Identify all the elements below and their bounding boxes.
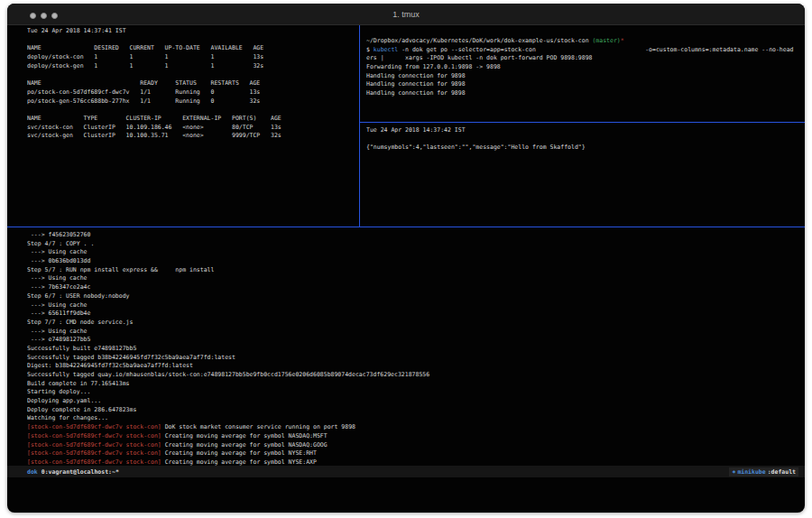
kube-namespace: :default <box>768 468 796 476</box>
terminal-line: NAME TYPE CLUSTER-IP EXTERNAL-IP PORT(S)… <box>27 115 355 124</box>
window-label[interactable]: 0:vagrant@localhost:~* <box>42 468 119 476</box>
terminal-line <box>27 70 355 79</box>
terminal-line: ---> Using cache <box>27 301 805 310</box>
kubernetes-helm-icon: ⎈ <box>732 468 735 476</box>
status-right: ⎈ minikube :default <box>729 467 798 476</box>
terminal-line: ---> 0b636bd013dd <box>27 257 805 266</box>
terminal-line: ers | xargs -IPOD kubectl -n dok port-fo… <box>366 54 805 63</box>
window-title: 1. tmux <box>7 10 805 19</box>
terminal-line: ---> Using cache <box>27 328 805 337</box>
terminal-window: 1. tmux Tue 24 Apr 2018 14:37:41 ISTNAME… <box>7 4 805 513</box>
terminal-line: Build complete in 77.165413ms <box>27 380 805 389</box>
terminal-line: po/stock-gen-576cc688bb-277hx 1/1 Runnin… <box>27 97 355 106</box>
terminal-line: svc/stock-gen ClusterIP 10.100.35.71 <no… <box>27 132 355 141</box>
terminal-line: Successfully tagged b38b42246945fd7f32c5… <box>27 354 805 363</box>
terminal-line: ---> f45623052760 <box>27 231 805 240</box>
terminal-line <box>366 135 805 144</box>
terminal-line: svc/stock-con ClusterIP 10.109.186.46 <n… <box>27 124 355 133</box>
terminal-line: [stock-con-5d7df689cf-dwc7v stock-con] C… <box>27 458 805 466</box>
terminal-line: ~/Dropbox/advocacy/Kubernetes/DoK/work/d… <box>366 37 805 46</box>
terminal-line: Deploy complete in 286.647823ms <box>27 406 805 415</box>
terminal-line: ---> 7b6347ce2a4c <box>27 283 805 292</box>
terminal-line: ---> 65611ff9db4e <box>27 310 805 319</box>
terminal-line: Deploying app.yaml... <box>27 397 805 406</box>
terminal-line: Handling connection for 9898 <box>366 72 805 81</box>
terminal-line: Handling connection for 9898 <box>366 89 805 98</box>
terminal-line: [stock-con-5d7df689cf-dwc7v stock-con] C… <box>27 441 805 450</box>
terminal-line: [stock-con-5d7df689cf-dwc7v stock-con] D… <box>27 423 805 432</box>
pane-kubectl-watch[interactable]: Tue 24 Apr 2018 14:37:41 ISTNAME DESIRED… <box>7 25 359 227</box>
terminal-line: Step 4/7 : COPY . . <box>27 240 805 249</box>
terminal-line: deploy/stock-gen 1 1 1 1 32s <box>27 62 355 71</box>
terminal-line: Watching for changes... <box>27 414 805 423</box>
titlebar[interactable]: 1. tmux <box>7 4 805 25</box>
tmux-content: Tue 24 Apr 2018 14:37:41 ISTNAME DESIRED… <box>7 25 805 513</box>
terminal-line: Handling connection for 9898 <box>366 80 805 89</box>
terminal-line: deploy/stock-con 1 1 1 1 13s <box>27 53 355 62</box>
terminal-line: {"numsymbols":4,"lastseen":"","message":… <box>366 143 805 153</box>
terminal-line: Successfully tagged quay.io/mhausenblas/… <box>27 371 805 380</box>
pane-port-forward[interactable]: ~/Dropbox/advocacy/Kubernetes/DoK/work/d… <box>360 25 805 122</box>
terminal-line: po/stock-con-5d7df689cf-dwc7v 1/1 Runnin… <box>27 88 355 97</box>
kube-context: minikube <box>737 468 765 476</box>
terminal-line: Starting deploy... <box>27 388 805 397</box>
terminal-line: ---> Using cache <box>27 248 805 257</box>
terminal-line: ---> e74898127bb5 <box>27 336 805 345</box>
terminal-line: Step 7/7 : CMD node service.js <box>27 319 805 328</box>
pane-service-output[interactable]: Tue 24 Apr 2018 14:37:42 IST{"numsymbols… <box>360 123 805 227</box>
terminal-line: NAME DESIRED CURRENT UP-TO-DATE AVAILABL… <box>27 44 355 53</box>
status-left: dok 0:vagrant@localhost:~* <box>27 468 119 476</box>
session-name[interactable]: dok <box>27 468 38 476</box>
terminal-line: NAME READY STATUS RESTARTS AGE <box>27 79 355 88</box>
terminal-line: Tue 24 Apr 2018 14:37:42 IST <box>366 126 805 135</box>
terminal-line: Step 5/7 : RUN npm install express && np… <box>27 266 805 275</box>
terminal-line: Digest: b38b42246945fd7f32c5ba9aea7af7fd… <box>27 362 805 371</box>
pane-skaffold-log[interactable]: ---> f45623052760Step 4/7 : COPY . . ---… <box>7 227 805 466</box>
tmux-status-bar: dok 0:vagrant@localhost:~* ⎈ minikube :d… <box>7 466 805 477</box>
terminal-line <box>27 106 355 115</box>
terminal-line: Tue 24 Apr 2018 14:37:41 IST <box>27 27 355 36</box>
terminal-line: ---> Using cache <box>27 274 805 283</box>
terminal-line: $ kubectl -n dok get po --selector=app=s… <box>366 46 805 55</box>
terminal-line: [stock-con-5d7df689cf-dwc7v stock-con] C… <box>27 432 805 441</box>
terminal-line: Step 6/7 : USER nobody:nobody <box>27 292 805 301</box>
terminal-line <box>27 36 355 45</box>
terminal-line: Forwarding from 127.0.0.1:9898 -> 9898 <box>366 63 805 72</box>
terminal-line: [stock-con-5d7df689cf-dwc7v stock-con] C… <box>27 449 805 458</box>
terminal-line: Successfully built e74898127bb5 <box>27 345 805 354</box>
